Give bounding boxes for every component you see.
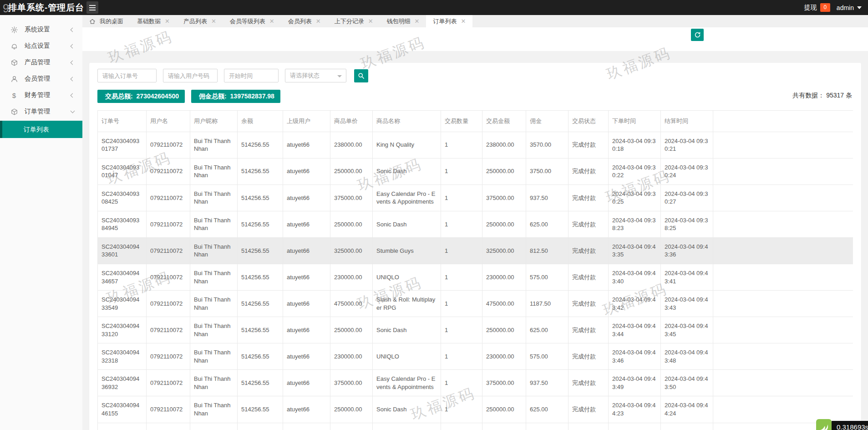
tab-close-icon[interactable]: ✕ (368, 18, 373, 24)
tab-close-icon[interactable]: ✕ (211, 18, 216, 24)
tab-close-icon[interactable]: ✕ (165, 18, 170, 24)
table-cell: SC24030409301737 (98, 132, 147, 158)
table-cell: 514256.55 (238, 264, 283, 291)
search-button[interactable] (354, 69, 368, 82)
sidebar-item-1[interactable]: 站点设置 (0, 38, 82, 54)
table-cell: 1 (441, 396, 482, 423)
thinkphp-logo-icon[interactable] (816, 419, 832, 430)
table-cell: SC24030409433601 (98, 237, 147, 264)
table-cell: 250000.00 (482, 317, 526, 343)
start-time-input[interactable] (224, 69, 279, 82)
table-cell: 0792110072 (147, 343, 190, 370)
user-menu[interactable]: admin (837, 4, 862, 11)
total-trade-value: 273042604500 (137, 92, 179, 100)
table-cell: 514256.55 (238, 158, 283, 184)
table-cell: 0792110072 (147, 317, 190, 343)
table-cell: 2024-03-04 09:43:43 (661, 291, 713, 317)
table-row[interactable]: SC240304094417500792110072Bui Thi Thanh … (98, 423, 853, 430)
column-header: 交易数量 (441, 111, 482, 132)
sidebar-item-4[interactable]: $财务管理 (0, 87, 82, 103)
tab-close-icon[interactable]: ✕ (415, 18, 420, 24)
table-cell: 完成付款 (569, 343, 609, 370)
tab-2[interactable]: 产品列表✕ (177, 15, 223, 27)
table-cell: 1 (441, 237, 482, 264)
tab-close-icon[interactable]: ✕ (461, 18, 466, 24)
tab-3[interactable]: 会员等级列表✕ (223, 15, 281, 27)
table-row[interactable]: SC240304093010470792110072Bui Thi Thanh … (98, 158, 853, 184)
tab-4[interactable]: 会员列表✕ (281, 15, 328, 27)
table-cell: 514256.55 (238, 370, 283, 396)
table-cell: 完成付款 (569, 264, 609, 291)
table-cell: 375000.00 (482, 184, 526, 211)
table-row[interactable]: SC240304093849450792110072Bui Thi Thanh … (98, 211, 853, 237)
sidebar-item-0[interactable]: 系统设置 (0, 21, 82, 38)
table-row[interactable]: SC240304094461550792110072Bui Thi Thanh … (98, 396, 853, 423)
table-cell: 514256.55 (238, 132, 283, 158)
table-cell: 514256.55 (238, 317, 283, 343)
table-row[interactable]: SC240304094335490792110072Bui Thi Thanh … (98, 291, 853, 317)
table-cell: 0792110072 (147, 158, 190, 184)
table-cell: Sonic Dash (373, 317, 441, 343)
table-row[interactable]: SC240304093017370792110072Bui Thi Thanh … (98, 132, 853, 158)
table-cell: 1 (441, 317, 482, 343)
tab-6[interactable]: 钱包明细✕ (380, 15, 426, 27)
dollar-icon: $ (10, 91, 18, 99)
tab-5[interactable]: 上下分记录✕ (328, 15, 380, 27)
tab-0[interactable]: 我的桌面 (82, 15, 130, 27)
table-cell: 2024-03-04 09:38:25 (661, 211, 713, 237)
table-cell: 375000.00 (330, 370, 373, 396)
table-cell: atuyet66 (283, 264, 330, 291)
table-cell: Bui Thi Thanh Nhan (190, 317, 238, 343)
table-row[interactable]: SC240304094331200792110072Bui Thi Thanh … (98, 317, 853, 343)
sidebar-item-label: 系统设置 (25, 26, 50, 34)
tab-close-icon[interactable]: ✕ (269, 18, 274, 24)
table-cell: 2024-03-04 09:43:45 (661, 317, 713, 343)
total-count-value: 95317 (826, 92, 844, 99)
table-cell: 2024-03-04 09:43:41 (661, 264, 713, 291)
table-cell: 2024-03-04 09:30:22 (609, 158, 661, 184)
table-cell: atuyet66 (283, 291, 330, 317)
order-no-input[interactable] (97, 69, 157, 82)
withdraw-menu[interactable]: 提现 0 (804, 3, 830, 12)
table-row[interactable]: SC240304093084250792110072Bui Thi Thanh … (98, 184, 853, 211)
search-icon (358, 72, 365, 79)
user-no-input[interactable] (163, 69, 218, 82)
app-header: 排单系统-管理后台 提现 0 admin (0, 0, 868, 15)
total-count: 共有数据： 95317 条 (792, 92, 852, 100)
table-cell: 514256.55 (238, 211, 283, 237)
table-row[interactable]: SC240304094336010792110072Bui Thi Thanh … (98, 237, 853, 264)
table-cell: Bui Thi Thanh Nhan (190, 343, 238, 370)
tab-label: 产品列表 (183, 17, 207, 26)
tab-label: 我的桌面 (100, 17, 123, 26)
tab-close-icon[interactable]: ✕ (316, 18, 321, 24)
sidebar-subitem-orders[interactable]: 订单列表 (0, 121, 82, 138)
tab-7[interactable]: 订单列表✕ (426, 15, 472, 27)
table-cell: 完成付款 (569, 370, 609, 396)
table-cell: 2024-03-04 09:43:48 (661, 343, 713, 370)
refresh-button[interactable] (691, 29, 704, 41)
sidebar-item-5[interactable]: 订单管理 (0, 103, 82, 120)
chevron-left-icon (71, 44, 75, 48)
sidebar-item-3[interactable]: 会员管理 (0, 71, 82, 87)
tab-label: 钱包明细 (387, 17, 411, 26)
table-cell: 238000.00 (482, 132, 526, 158)
table-cell-filler (713, 343, 853, 370)
table-cell: 625.00 (526, 423, 569, 430)
chevron-down-icon (71, 109, 75, 113)
table-cell: SC24030409433549 (98, 291, 147, 317)
table-cell: 0792110072 (147, 291, 190, 317)
sidebar-fold-button[interactable] (86, 1, 98, 14)
table-cell: 0792110072 (147, 132, 190, 158)
table-cell: 1 (441, 343, 482, 370)
status-select[interactable]: 请选择状态 (285, 69, 346, 82)
sidebar-item-2[interactable]: 产品管理 (0, 54, 82, 71)
tab-1[interactable]: 基础数据✕ (130, 15, 177, 27)
sidebar-item-label: 财务管理 (25, 91, 50, 99)
table-row[interactable]: SC240304094346570792110072Bui Thi Thanh … (98, 264, 853, 291)
table-cell: 625.00 (526, 211, 569, 237)
table-row[interactable]: SC240304094369320792110072Bui Thi Thanh … (98, 370, 853, 396)
table-cell: 2024-03-04 09:43:40 (609, 264, 661, 291)
table-cell: 2024-03-04 09:43:44 (609, 317, 661, 343)
table-row[interactable]: SC240304094323180792110072Bui Thi Thanh … (98, 343, 853, 370)
tab-label: 会员列表 (288, 17, 312, 26)
